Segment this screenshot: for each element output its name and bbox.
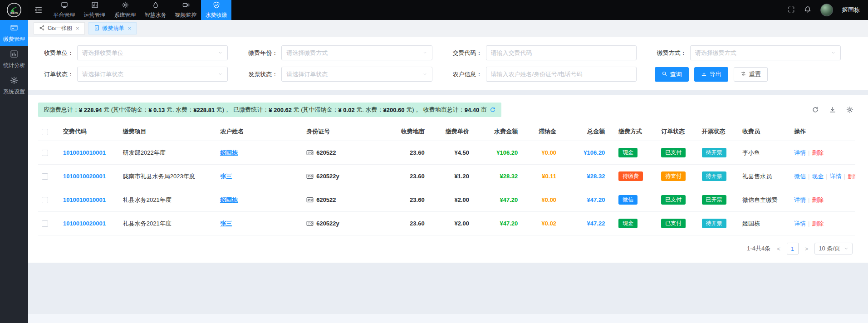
filter-input[interactable]	[486, 45, 637, 60]
select-placeholder: 请选择缴费方式	[286, 49, 328, 57]
filter-buttons: 查询导出重置	[651, 67, 855, 82]
summary-value: 94.40	[465, 107, 480, 113]
page-number[interactable]: 1	[787, 243, 799, 254]
cell-pay_method: 微信	[615, 188, 657, 212]
tab[interactable]: Gis一张图×	[34, 22, 85, 34]
export-button[interactable]: 导出	[694, 67, 728, 82]
action-link[interactable]: 详情	[794, 149, 806, 156]
sidebar-item[interactable]: 缴费管理	[0, 20, 28, 46]
chevron-down-icon	[422, 72, 427, 77]
invoice-status-badge: 待开票	[702, 148, 726, 157]
tab-close-icon[interactable]: ×	[128, 25, 132, 31]
top-nav-item[interactable]: 平台管理	[49, 0, 79, 20]
sidebar: RIEON 缴费管理统计分析系统设置	[0, 0, 28, 323]
gear-icon[interactable]	[846, 106, 853, 113]
fee-table: 交费代码缴费项目农户姓名身份证号收费地亩缴费单价水费金额滞纳金总金额缴费方式订单…	[38, 122, 855, 235]
cell-order_status: 已支付	[657, 188, 698, 212]
refresh-icon[interactable]	[812, 106, 819, 113]
ops-separator: |	[826, 173, 827, 180]
cell-water_fee: ¥28.32	[479, 165, 528, 188]
top-nav: 平台管理运营管理系统管理智慧水务视频监控水费收缴	[49, 0, 231, 20]
refresh-icon[interactable]	[490, 107, 496, 113]
top-nav-label: 系统管理	[114, 11, 136, 19]
next-page-icon[interactable]: >	[804, 245, 809, 252]
row-checkbox[interactable]	[42, 197, 48, 203]
filter-select[interactable]: 请选择缴费方式	[281, 45, 432, 60]
reset-button[interactable]: 重置	[734, 67, 768, 82]
row-checkbox[interactable]	[42, 173, 48, 180]
cell-collector: 微信自主缴费	[739, 188, 790, 212]
sidebar-item[interactable]: 系统设置	[0, 73, 28, 99]
delete-link[interactable]: 删除	[812, 220, 824, 227]
order-status-badge: 已支付	[661, 219, 686, 228]
id-number-value: 620522	[316, 196, 336, 203]
bell-icon[interactable]	[804, 6, 811, 15]
filter-select[interactable]: 请选择订单状态	[281, 67, 432, 82]
delete-link[interactable]: 删除	[848, 173, 855, 180]
select-all-checkbox[interactable]	[42, 129, 48, 135]
tab-label: Gis一张图	[48, 24, 72, 32]
action-link[interactable]: 详情	[794, 196, 806, 203]
drop-icon	[152, 1, 159, 10]
payment-code-link[interactable]: 1010010010001	[63, 149, 106, 156]
top-nav-item[interactable]: 智慧水务	[140, 0, 171, 20]
chevron-down-icon	[831, 50, 836, 55]
table-row: 1010010010001礼县水务2021年度姬国栋62052223.60¥2.…	[38, 188, 855, 212]
sidebar-item-label: 统计分析	[3, 62, 25, 69]
invoice-status-badge: 已开票	[702, 195, 726, 205]
download-icon[interactable]	[829, 106, 836, 113]
prev-page-icon[interactable]: <	[776, 245, 781, 252]
user-avatar[interactable]	[820, 4, 833, 16]
tab-close-icon[interactable]: ×	[76, 25, 79, 31]
cell-unit_price: ¥4.50	[435, 141, 479, 165]
delete-link[interactable]: 删除	[812, 196, 824, 203]
payment-code-link[interactable]: 1010010020001	[63, 173, 106, 180]
search-button[interactable]: 查询	[655, 67, 689, 82]
top-nav-item[interactable]: 运营管理	[79, 0, 110, 20]
fullscreen-icon[interactable]	[788, 6, 795, 15]
farmer-name-link[interactable]: 姬国栋	[220, 196, 238, 203]
payment-code-link[interactable]: 1010010020001	[63, 220, 106, 227]
area-value: 23.60	[410, 196, 425, 203]
pagination-total: 1-4共4条	[747, 245, 770, 253]
cell-invoice_status: 待开票	[698, 165, 739, 188]
payment-code-link[interactable]: 1010010010001	[63, 196, 106, 203]
farmer-name-link[interactable]: 张三	[220, 220, 232, 227]
page-size-select[interactable]: 10 条/页	[814, 243, 853, 254]
farmer-name-link[interactable]: 张三	[220, 173, 232, 180]
filter-select[interactable]: 请选择订单状态	[77, 67, 228, 82]
invoice-status-badge: 待开票	[702, 171, 726, 181]
filter-select[interactable]: 请选择收费单位	[77, 45, 228, 60]
action-link[interactable]: 详情	[794, 220, 806, 227]
column-header-total: 总金额	[566, 122, 615, 141]
select-placeholder: 请选择订单状态	[82, 70, 123, 78]
filter-input[interactable]	[486, 67, 637, 82]
row-checkbox[interactable]	[42, 150, 48, 156]
area-value: 23.60	[410, 173, 425, 180]
top-nav-item[interactable]: 视频监控	[171, 0, 201, 20]
water_fee-value: ¥28.32	[500, 173, 518, 180]
idcard-icon	[306, 220, 314, 226]
action-link[interactable]: 微信	[794, 173, 806, 180]
collapse-menu-icon[interactable]	[28, 6, 49, 14]
filter-select[interactable]: 请选择缴费方式	[690, 45, 841, 60]
top-nav-item[interactable]: 系统管理	[110, 0, 140, 20]
cell-invoice_status: 已开票	[698, 188, 739, 212]
chevron-down-icon	[422, 50, 427, 55]
order-status-badge: 已支付	[661, 195, 686, 205]
row-checkbox[interactable]	[42, 220, 48, 227]
unit_price-value: ¥1.20	[454, 173, 469, 180]
tab-label: 缴费清单	[103, 24, 124, 32]
gear-icon	[122, 1, 129, 10]
action-link[interactable]: 现金	[812, 173, 824, 180]
idcard-icon	[306, 173, 314, 179]
filter-field: 缴费方式：请选择缴费方式	[651, 45, 855, 60]
top-nav-item[interactable]: 水费收缴	[201, 0, 231, 20]
farmer-name-link[interactable]: 姬国栋	[220, 149, 238, 156]
delete-link[interactable]: 删除	[812, 149, 824, 156]
unit_price-value: ¥4.50	[454, 149, 469, 156]
sidebar-item[interactable]: 统计分析	[0, 46, 28, 73]
username[interactable]: 姬国栋	[842, 6, 860, 14]
action-link[interactable]: 详情	[830, 173, 842, 180]
tab[interactable]: 缴费清单×	[88, 22, 137, 34]
